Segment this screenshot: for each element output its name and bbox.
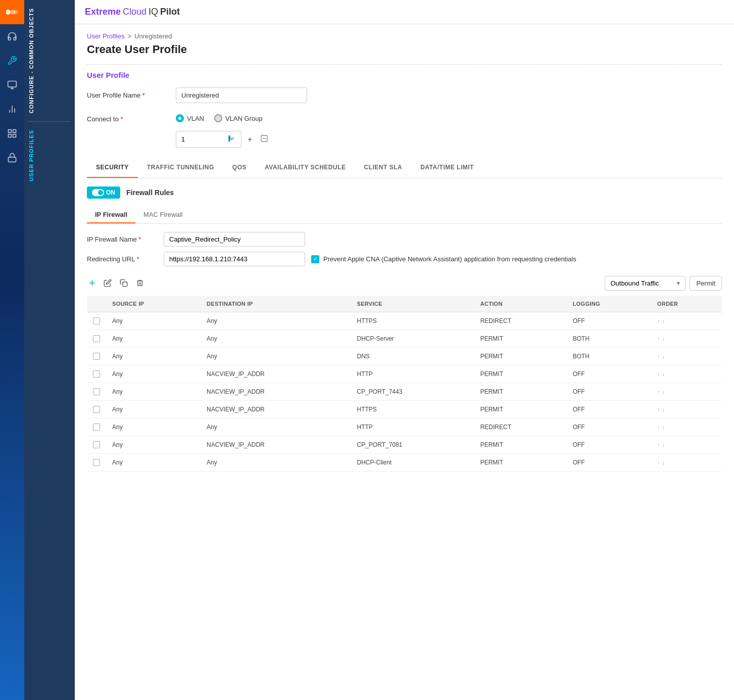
row-checkbox[interactable] xyxy=(93,406,100,413)
toggle-dot xyxy=(98,190,103,195)
row-service: HTTP xyxy=(351,365,474,383)
row-checkbox[interactable] xyxy=(93,459,100,466)
breadcrumb: User Profiles > Unregistered xyxy=(87,32,722,40)
profile-name-input[interactable] xyxy=(176,87,307,103)
order-down-btn[interactable]: ↓ xyxy=(662,406,665,412)
row-logging: OFF xyxy=(567,418,651,436)
delete-rule-btn[interactable] xyxy=(134,277,146,289)
order-up-btn[interactable]: ↑ xyxy=(657,389,660,395)
vlan-edit-btn[interactable] xyxy=(258,132,270,147)
order-up-btn[interactable]: ↑ xyxy=(657,442,660,448)
order-up-btn[interactable]: ↑ xyxy=(657,318,660,324)
row-order: ↑ ↓ xyxy=(651,401,722,418)
configure-common-objects-label[interactable]: Configure - Common Objects xyxy=(24,0,75,121)
connect-to-row: Connect to * VLAN VLAN Group xyxy=(87,111,722,123)
order-up-btn[interactable]: ↑ xyxy=(657,424,660,430)
vlan-select[interactable]: 1 xyxy=(176,131,241,148)
vertical-panel: Configure - Common Objects User Profiles xyxy=(24,0,75,700)
order-up-btn[interactable]: ↑ xyxy=(657,406,660,412)
row-destination: NACVIEW_IP_ADDR xyxy=(201,401,351,418)
svg-rect-11 xyxy=(9,134,12,137)
cna-checkbox[interactable] xyxy=(311,255,319,263)
order-down-btn[interactable]: ↓ xyxy=(662,389,665,395)
row-checkbox[interactable] xyxy=(93,388,100,395)
row-action: PERMIT xyxy=(474,383,567,401)
order-up-btn[interactable]: ↑ xyxy=(657,371,660,377)
add-rule-btn[interactable]: + xyxy=(87,274,97,292)
firewall-rules-label: Firewall Rules xyxy=(126,189,174,197)
row-destination: NACVIEW_IP_ADDR xyxy=(201,436,351,454)
order-down-btn[interactable]: ↓ xyxy=(662,371,665,377)
row-logging: BOTH xyxy=(567,330,651,348)
tab-qos[interactable]: QoS xyxy=(223,158,256,178)
row-source: Any xyxy=(106,348,201,365)
chart-icon[interactable] xyxy=(1,98,23,120)
row-order: ↑ ↓ xyxy=(651,348,722,365)
row-source: Any xyxy=(106,454,201,472)
edit-rule-btn[interactable] xyxy=(102,277,114,289)
clone-rule-btn[interactable] xyxy=(118,277,130,289)
row-checkbox[interactable] xyxy=(93,441,100,448)
row-source: Any xyxy=(106,312,201,330)
tab-client-sla[interactable]: CLIENT SLA xyxy=(355,158,412,178)
row-checkbox[interactable] xyxy=(93,335,100,342)
table-row: Any Any DNS PERMIT BOTH ↑ ↓ xyxy=(87,348,722,365)
monitor-icon[interactable] xyxy=(1,74,23,96)
lock-icon[interactable] xyxy=(1,147,23,169)
redirect-url-input[interactable] xyxy=(164,252,305,266)
row-checkbox[interactable] xyxy=(93,424,100,431)
ip-name-input[interactable] xyxy=(164,232,305,247)
cna-row: Prevent Apple CNA (Captive Network Assis… xyxy=(311,255,576,263)
col-checkbox xyxy=(87,296,106,312)
vlan-add-btn[interactable]: + xyxy=(246,133,254,146)
radio-vlan-group-circle[interactable] xyxy=(214,114,222,122)
order-up-btn[interactable]: ↑ xyxy=(657,353,660,359)
radio-vlan[interactable]: VLAN xyxy=(176,114,204,122)
tab-traffic-tunneling[interactable]: TRAFFIC TUNNELING xyxy=(138,158,223,178)
row-service: HTTPS xyxy=(351,401,474,418)
svg-rect-10 xyxy=(13,130,16,133)
order-down-btn[interactable]: ↓ xyxy=(662,336,665,342)
svg-point-0 xyxy=(6,10,11,15)
row-destination: Any xyxy=(201,312,351,330)
sub-tab-ip-firewall[interactable]: IP Firewall xyxy=(87,207,135,223)
svg-point-2 xyxy=(14,10,18,14)
vlan-value: 1 xyxy=(181,135,185,143)
order-down-btn[interactable]: ↓ xyxy=(662,424,665,430)
firewall-toggle-btn[interactable]: ON xyxy=(87,186,120,199)
tab-data-time-limit[interactable]: DATA/TIME LIMIT xyxy=(411,158,483,178)
radio-vlan-group[interactable]: VLAN Group xyxy=(214,114,263,122)
order-down-btn[interactable]: ↓ xyxy=(662,442,665,448)
radio-vlan-circle[interactable] xyxy=(176,114,184,122)
row-checkbox[interactable] xyxy=(93,317,100,324)
table-row: Any NACVIEW_IP_ADDR CP_PORT_7443 PERMIT … xyxy=(87,383,722,401)
breadcrumb-link[interactable]: User Profiles xyxy=(87,32,124,40)
tab-availability-schedule[interactable]: AVAILABILITY SCHEDULE xyxy=(256,158,355,178)
traffic-select[interactable]: Outbound Traffic ▾ xyxy=(605,276,686,291)
row-source: Any xyxy=(106,401,201,418)
ip-name-row: IP Firewall Name * xyxy=(87,232,722,247)
row-logging: OFF xyxy=(567,454,651,472)
main-tabs: SECURITY TRAFFIC TUNNELING QoS AVAILABIL… xyxy=(87,158,722,178)
sub-tabs: IP Firewall MAC Firewall xyxy=(87,207,722,224)
cna-text: Prevent Apple CNA (Captive Network Assis… xyxy=(323,255,576,263)
table-row: Any Any DHCP-Server PERMIT BOTH ↑ ↓ xyxy=(87,330,722,348)
order-down-btn[interactable]: ↓ xyxy=(662,459,665,465)
headset-icon[interactable] xyxy=(1,25,23,48)
tab-security[interactable]: SECURITY xyxy=(87,158,138,178)
traffic-select-label: Outbound Traffic xyxy=(610,279,659,287)
order-up-btn[interactable]: ↑ xyxy=(657,459,660,465)
order-up-btn[interactable]: ↑ xyxy=(657,336,660,342)
row-service: DHCP-Client xyxy=(351,454,474,472)
sub-tab-mac-firewall[interactable]: MAC Firewall xyxy=(135,207,190,223)
row-order: ↑ ↓ xyxy=(651,330,722,348)
order-down-btn[interactable]: ↓ xyxy=(662,318,665,324)
grid-icon[interactable] xyxy=(1,122,23,145)
permit-btn[interactable]: Permit xyxy=(690,276,722,291)
row-checkbox[interactable] xyxy=(93,353,100,360)
row-checkbox[interactable] xyxy=(93,370,100,378)
user-profiles-label[interactable]: User Profiles xyxy=(24,122,75,190)
order-down-btn[interactable]: ↓ xyxy=(662,353,665,359)
sidebar xyxy=(0,0,24,700)
tools-icon[interactable] xyxy=(1,50,23,72)
